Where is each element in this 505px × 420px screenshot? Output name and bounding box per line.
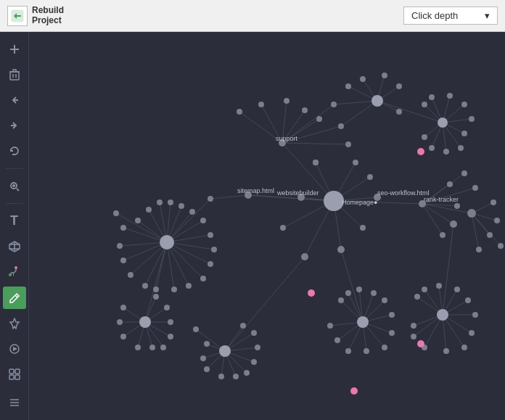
svg-point-170 — [331, 102, 337, 107]
svg-point-216 — [149, 345, 155, 350]
svg-point-203 — [447, 93, 453, 99]
svg-point-245 — [334, 337, 340, 343]
svg-point-141 — [113, 210, 119, 216]
svg-text:websitebuilder: websitebuilder — [276, 189, 319, 197]
svg-point-223 — [193, 326, 199, 332]
svg-point-243 — [364, 348, 369, 354]
svg-point-177 — [454, 203, 460, 209]
svg-point-185 — [487, 232, 493, 238]
svg-point-251 — [422, 287, 427, 292]
svg-text:seo-workflow.html: seo-workflow.html — [377, 189, 430, 197]
svg-point-247 — [301, 253, 308, 260]
svg-line-43 — [334, 101, 377, 104]
svg-point-233 — [240, 323, 246, 329]
svg-point-159 — [146, 207, 152, 213]
svg-point-192 — [396, 83, 402, 89]
svg-point-241 — [389, 330, 395, 336]
svg-point-183 — [490, 199, 496, 205]
svg-point-254 — [465, 297, 471, 303]
svg-point-193 — [396, 109, 402, 115]
svg-point-225 — [200, 355, 206, 361]
svg-point-204 — [461, 102, 467, 107]
svg-point-213 — [117, 319, 123, 325]
svg-point-206 — [461, 131, 467, 136]
svg-point-148 — [171, 287, 177, 292]
sidebar: T — [0, 32, 29, 420]
svg-point-224 — [204, 341, 210, 347]
svg-point-244 — [345, 348, 351, 354]
svg-point-239 — [382, 297, 387, 303]
svg-line-78 — [210, 195, 248, 199]
svg-line-117 — [443, 224, 453, 315]
svg-point-156 — [178, 203, 184, 209]
svg-point-179 — [440, 232, 446, 238]
svg-point-202 — [429, 94, 435, 100]
click-depth-dropdown[interactable]: Click depth ▾ — [403, 7, 498, 25]
back-icon[interactable] — [3, 88, 26, 111]
delete-icon[interactable] — [3, 63, 26, 86]
chevron-down-icon: ▾ — [485, 10, 490, 21]
pin-icon[interactable] — [3, 312, 26, 334]
svg-point-167 — [284, 98, 290, 104]
svg-line-66 — [167, 242, 203, 279]
svg-point-215 — [135, 345, 141, 350]
svg-point-220 — [164, 305, 170, 310]
svg-text:sitemap.html: sitemap.html — [237, 187, 274, 194]
svg-point-196 — [367, 174, 373, 180]
menu-icon[interactable] — [3, 392, 26, 414]
svg-point-157 — [168, 199, 173, 205]
svg-line-44 — [341, 101, 377, 126]
svg-point-255 — [472, 312, 478, 318]
svg-point-153 — [208, 232, 213, 238]
svg-line-91 — [225, 257, 305, 351]
svg-point-151 — [208, 261, 213, 267]
svg-point-154 — [200, 218, 206, 223]
svg-point-184 — [494, 218, 500, 223]
svg-point-212 — [120, 305, 126, 310]
dropdown-label: Click depth — [411, 10, 458, 21]
svg-point-160 — [135, 218, 141, 223]
svg-point-190 — [360, 76, 366, 82]
svg-point-228 — [233, 374, 239, 379]
logo-area: Rebuild Project — [7, 6, 64, 26]
zoom-search-icon[interactable] — [3, 175, 26, 197]
text-tool-icon[interactable]: T — [3, 210, 26, 232]
play-icon[interactable] — [3, 337, 26, 360]
svg-point-197 — [280, 225, 286, 231]
paint-icon[interactable] — [3, 261, 26, 284]
svg-rect-12 — [15, 369, 20, 374]
edit-icon[interactable] — [3, 287, 26, 309]
svg-point-217 — [160, 345, 166, 350]
svg-text:Homepage●: Homepage● — [342, 199, 377, 206]
svg-rect-1 — [10, 72, 19, 80]
svg-rect-14 — [15, 375, 20, 379]
svg-point-165 — [237, 109, 242, 115]
svg-point-221 — [153, 294, 159, 300]
svg-point-198 — [360, 225, 366, 231]
svg-line-55 — [472, 213, 479, 250]
svg-point-162 — [208, 196, 213, 202]
svg-point-158 — [157, 199, 163, 205]
svg-point-261 — [411, 323, 416, 329]
svg-point-229 — [244, 370, 250, 376]
add-icon[interactable] — [3, 38, 26, 60]
svg-text:rank-tracker: rank-tracker — [424, 196, 459, 203]
grid-icon[interactable] — [3, 363, 26, 386]
sidebar-divider-1 — [6, 168, 23, 169]
svg-point-205 — [469, 116, 475, 122]
undo-icon[interactable] — [3, 140, 26, 162]
svg-point-200 — [438, 118, 448, 128]
network-canvas[interactable]: .node { fill: #7a7e8e; } .node-lg { fill… — [29, 32, 505, 420]
svg-point-155 — [189, 209, 195, 215]
box-tool-icon[interactable] — [3, 235, 26, 258]
svg-point-173 — [324, 191, 344, 211]
main-area: T — [0, 32, 505, 420]
svg-point-263 — [308, 289, 315, 297]
forward-icon[interactable] — [3, 115, 26, 137]
logo-text: Rebuild Project — [32, 6, 64, 25]
svg-point-171 — [338, 123, 344, 129]
svg-point-143 — [117, 243, 123, 249]
svg-rect-11 — [9, 369, 14, 374]
svg-point-182 — [461, 170, 467, 176]
svg-point-236 — [345, 290, 351, 296]
